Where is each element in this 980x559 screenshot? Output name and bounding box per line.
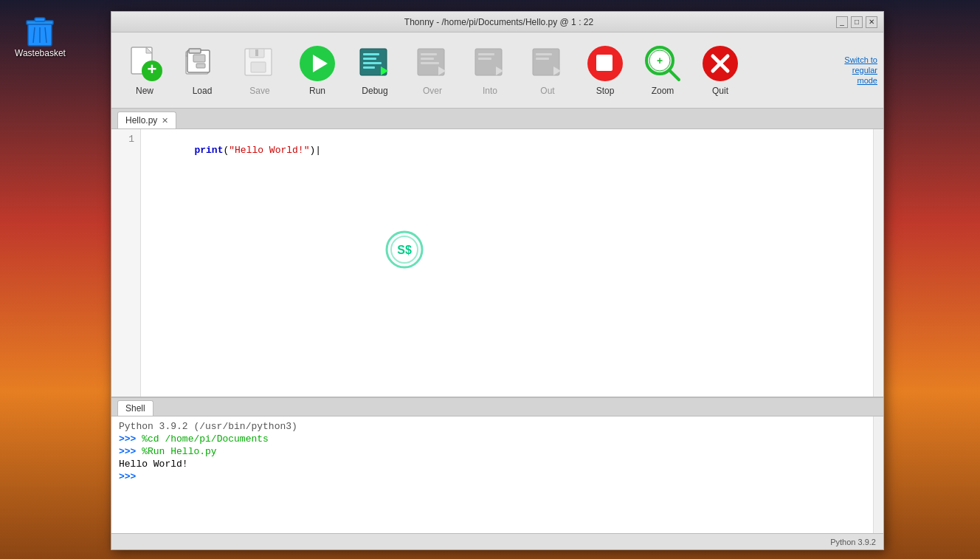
svg-rect-39 — [536, 58, 549, 60]
title-bar: Thonny - /home/pi/Documents/Hello.py @ 1… — [111, 12, 883, 32]
shell-cmd-line-2: >>> %Run Hello.py — [119, 446, 866, 457]
svg-text:+: + — [148, 60, 157, 78]
code-editor[interactable]: 1 print("Hello World!")| S$ — [111, 129, 883, 397]
load-button[interactable]: Load — [175, 37, 230, 103]
quit-label: Quit — [712, 86, 728, 96]
maximize-button[interactable]: □ — [851, 16, 863, 28]
svg-rect-13 — [189, 49, 201, 53]
window-title: Thonny - /home/pi/Documents/Hello.py @ 1… — [162, 17, 836, 27]
new-button[interactable]: + New — [117, 37, 172, 103]
tab-bar: Hello.py ✕ — [111, 109, 883, 129]
status-bar: Python 3.9.2 — [111, 533, 883, 549]
save-button[interactable]: Save — [232, 37, 287, 103]
debug-button[interactable]: Debug — [348, 37, 402, 103]
out-icon — [528, 44, 567, 83]
svg-line-44 — [669, 70, 679, 80]
svg-text:S$: S$ — [398, 244, 413, 256]
into-label: Into — [483, 86, 497, 96]
svg-rect-34 — [478, 53, 494, 55]
save-label: Save — [249, 86, 269, 96]
minimize-button[interactable]: _ — [836, 16, 848, 28]
new-label: New — [136, 86, 153, 96]
run-button[interactable]: Run — [290, 37, 345, 103]
thonny-window: Thonny - /home/pi/Documents/Hello.py @ 1… — [111, 11, 884, 550]
over-icon — [413, 44, 452, 83]
quit-button[interactable]: Quit — [693, 37, 748, 103]
over-label: Over — [423, 86, 442, 96]
switch-mode-link[interactable]: Switch to regular mode — [844, 55, 877, 86]
shell-panel: Shell Python 3.9.2 (/usr/bin/python3) >>… — [111, 397, 883, 533]
shell-command-2: %Run Hello.py — [142, 446, 216, 457]
editor-container: Hello.py ✕ 1 print("Hello World!")| S$ — [111, 109, 883, 397]
debug-label: Debug — [362, 86, 387, 96]
svg-rect-23 — [363, 53, 379, 55]
svg-rect-14 — [193, 55, 205, 62]
svg-rect-30 — [421, 58, 434, 60]
shell-tab[interactable]: Shell — [117, 400, 153, 416]
line-numbers: 1 — [111, 129, 141, 397]
shell-content: Python 3.9.2 (/usr/bin/python3) >>> %cd … — [111, 416, 883, 533]
svg-text:+: + — [657, 55, 663, 66]
shell-cmd-line-1: >>> %cd /home/pi/Documents — [119, 433, 866, 445]
svg-rect-24 — [363, 58, 376, 60]
svg-rect-15 — [196, 64, 205, 68]
stop-icon — [586, 44, 624, 83]
debug-icon — [356, 44, 394, 83]
shell-scrollbar[interactable] — [873, 416, 883, 533]
stop-button[interactable]: Stop — [578, 37, 632, 103]
stop-label: Stop — [596, 86, 615, 96]
into-button[interactable]: Into — [463, 37, 517, 103]
shell-tab-label: Shell — [125, 403, 145, 414]
status-text: Python 3.9.2 — [830, 538, 876, 546]
code-content[interactable]: print("Hello World!")| — [141, 129, 873, 397]
tab-label: Hello.py — [125, 115, 157, 126]
shell-tab-bar: Shell — [111, 398, 883, 416]
shell-prompt-active-line: >>> — [119, 471, 866, 482]
svg-rect-25 — [363, 62, 382, 64]
out-button[interactable]: Out — [520, 37, 575, 103]
window-controls: _ □ ✕ — [836, 16, 877, 28]
run-label: Run — [309, 86, 325, 96]
close-button[interactable]: ✕ — [866, 16, 877, 28]
svg-rect-35 — [478, 58, 491, 60]
shell-command-1: %cd /home/pi/Documents — [142, 433, 269, 445]
out-label: Out — [540, 86, 554, 96]
load-icon — [183, 44, 221, 83]
tab-close-button[interactable]: ✕ — [162, 116, 168, 126]
wastebasket-label: Wastebasket — [15, 48, 66, 58]
toolbar: + New Load — [111, 32, 883, 109]
shell-prompt-1: >>> — [119, 433, 142, 445]
shell-output-line: Hello World! — [119, 459, 866, 470]
quit-icon — [701, 44, 739, 83]
shell-info-line: Python 3.9.2 (/usr/bin/python3) — [119, 421, 866, 432]
into-icon — [471, 44, 509, 83]
svg-rect-38 — [536, 53, 552, 55]
editor-scrollbar[interactable] — [873, 129, 883, 397]
svg-rect-31 — [421, 62, 439, 64]
svg-rect-29 — [421, 53, 437, 55]
load-label: Load — [193, 86, 213, 96]
svg-rect-18 — [251, 62, 266, 72]
save-icon — [241, 44, 279, 83]
svg-rect-26 — [363, 66, 375, 69]
zoom-icon: + — [643, 44, 682, 83]
run-icon — [298, 44, 337, 83]
shell-text-area[interactable]: Python 3.9.2 (/usr/bin/python3) >>> %cd … — [111, 416, 873, 533]
shell-prompt-3: >>> — [119, 471, 136, 482]
svg-rect-2 — [35, 18, 45, 21]
shell-prompt-2: >>> — [119, 446, 142, 457]
zoom-button[interactable]: + Zoom — [635, 37, 690, 103]
svg-rect-42 — [596, 55, 612, 71]
svg-rect-19 — [255, 49, 258, 56]
new-icon: + — [125, 44, 164, 83]
wastebasket-icon[interactable]: Wastebasket — [15, 15, 66, 58]
editor-tab[interactable]: Hello.py ✕ — [117, 112, 176, 128]
zoom-label: Zoom — [652, 86, 674, 96]
thonny-logo: S$ — [385, 230, 424, 269]
over-button[interactable]: Over — [405, 37, 460, 103]
